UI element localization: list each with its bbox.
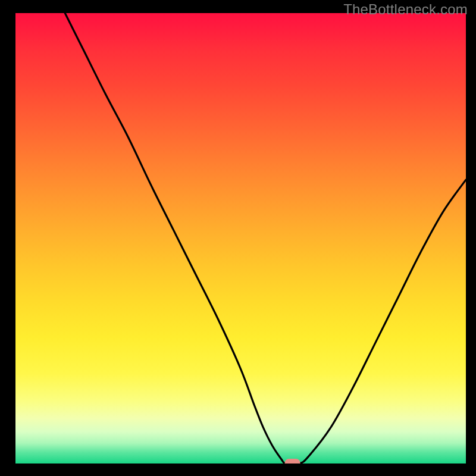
- bottleneck-curve: [65, 13, 466, 464]
- watermark-text: TheBottleneck.com: [343, 1, 468, 18]
- curve-layer: [15, 13, 466, 464]
- plot-area: [15, 13, 466, 464]
- chart-container: TheBottleneck.com: [0, 0, 476, 476]
- min-marker: [285, 459, 300, 464]
